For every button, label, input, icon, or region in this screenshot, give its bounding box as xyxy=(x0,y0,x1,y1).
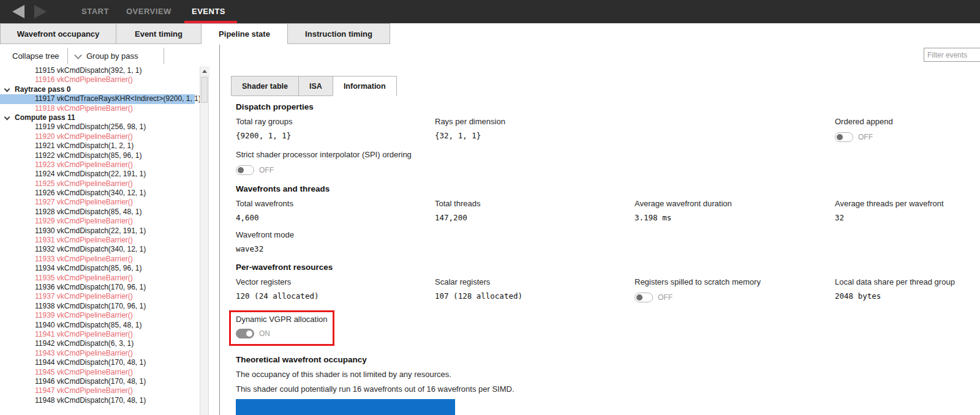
occupancy-bar xyxy=(236,399,455,415)
event-label: 11926 vkCmdDispatch(340, 12, 1) xyxy=(35,189,146,198)
field-dynamic-vgpr-allocation: Dynamic VGPR allocationON xyxy=(236,310,435,346)
tree-row[interactable]: 11921 vkCmdDispatch(1, 2, 1) xyxy=(0,141,195,151)
nav-item-start[interactable]: START xyxy=(81,7,109,16)
tree-row[interactable]: 11924 vkCmdDispatch(22, 191, 1) xyxy=(0,170,195,179)
tree-row[interactable]: 11915 vkCmdDispatch(392, 1, 1) xyxy=(0,66,195,75)
tree-row[interactable]: 11925 vkCmdPipelineBarrier() xyxy=(0,179,195,189)
section-wavefronts-and-threads: Wavefronts and threadsTotal wavefronts4,… xyxy=(236,184,980,253)
tree-row[interactable]: 11944 vkCmdDispatch(170, 48, 1) xyxy=(0,358,195,367)
toggle-knob xyxy=(636,294,643,301)
toggle-state-label: ON xyxy=(259,329,270,338)
tree-row[interactable]: 11918 vkCmdPipelineBarrier() xyxy=(0,104,195,113)
field-label: Scalar registers xyxy=(435,277,635,286)
tree-group-row[interactable]: Compute pass 11 xyxy=(0,113,195,122)
toolbar-separator xyxy=(67,48,68,64)
chevron-down-icon[interactable] xyxy=(4,86,10,92)
section-dispatch-properties: Dispatch propertiesTotal ray groups{9200… xyxy=(236,102,980,175)
tree-row[interactable]: 11931 vkCmdPipelineBarrier() xyxy=(0,236,195,245)
tab-event-timing[interactable]: Event timing xyxy=(116,23,202,44)
scrollbar-thumb[interactable] xyxy=(201,77,208,103)
event-label: 11917 vkCmdTraceRaysKHR<Indirect>(9200, … xyxy=(35,94,200,103)
tree-row[interactable]: 11922 vkCmdDispatch(85, 96, 1) xyxy=(0,151,195,160)
field-total-threads: Total threads147,200 xyxy=(435,199,635,222)
field-label: Dynamic VGPR allocation xyxy=(236,315,328,324)
tab-pipeline-state[interactable]: Pipeline state xyxy=(201,23,288,44)
collapse-tree-button[interactable]: Collapse tree xyxy=(12,51,59,61)
tab-instruction-timing[interactable]: Instruction timing xyxy=(287,23,390,44)
tree-row[interactable]: 11926 vkCmdDispatch(340, 12, 1) xyxy=(0,189,195,198)
toggle-switch-off[interactable] xyxy=(835,132,853,142)
nav-item-events[interactable]: EVENTS xyxy=(192,7,225,16)
event-label: 11948 vkCmdDispatch(170, 48, 1) xyxy=(35,396,146,405)
event-label: 11916 vkCmdPipelineBarrier() xyxy=(35,75,133,84)
tree-row[interactable]: 11942 vkCmdDispatch(6, 3, 1) xyxy=(0,339,195,348)
field-strict-shader-processor-interpolator-spi-ordering: Strict shader processor interpolator (SP… xyxy=(236,150,435,175)
tree-row[interactable]: 11938 vkCmdDispatch(170, 96, 1) xyxy=(0,302,195,311)
tree-row[interactable]: 11936 vkCmdDispatch(170, 96, 1) xyxy=(0,283,195,292)
field-ordered-append: Ordered appendOFF xyxy=(835,117,980,142)
chevron-down-icon[interactable] xyxy=(4,114,10,121)
rgp-events-window: START OVERVIEW EVENTS Wavefront occupanc… xyxy=(0,0,980,415)
annotation-red-box: Dynamic VGPR allocationON xyxy=(229,310,334,346)
tree-row[interactable]: 11928 vkCmdDispatch(85, 48, 1) xyxy=(0,208,195,217)
tree-row[interactable]: 11916 vkCmdPipelineBarrier() xyxy=(0,75,195,84)
pane-divider xyxy=(219,45,220,415)
field-wavefront-mode: Wavefront modewave32 xyxy=(236,230,435,253)
nav-item-overview[interactable]: OVERVIEW xyxy=(126,7,172,16)
scrollbar-up-arrow-icon[interactable] xyxy=(200,66,209,77)
tree-row[interactable]: 11939 vkCmdPipelineBarrier() xyxy=(0,311,195,320)
tab-isa[interactable]: ISA xyxy=(298,76,333,96)
field-rays-per-dimension: Rays per dimension{32, 1, 1} xyxy=(435,117,635,142)
group-by-pass-dropdown[interactable]: Group by pass xyxy=(86,51,138,61)
field-label: Ordered append xyxy=(835,117,980,126)
tree-row[interactable]: 11917 vkCmdTraceRaysKHR<Indirect>(9200, … xyxy=(0,94,195,103)
tree-row[interactable]: 11923 vkCmdPipelineBarrier() xyxy=(0,160,195,170)
field-total-ray-groups: Total ray groups{9200, 1, 1} xyxy=(236,117,435,142)
tree-row[interactable]: 11920 vkCmdPipelineBarrier() xyxy=(0,132,195,141)
tree-row[interactable]: 11932 vkCmdDispatch(340, 12, 1) xyxy=(0,245,195,254)
section-title: Per-wavefront resources xyxy=(236,263,980,272)
tab-wavefront-occupancy[interactable]: Wavefront occupancy xyxy=(0,23,116,44)
event-label: 11942 vkCmdDispatch(6, 3, 1) xyxy=(35,339,134,348)
toggle-switch-off[interactable] xyxy=(236,165,254,175)
tree-row[interactable]: 11935 vkCmdPipelineBarrier() xyxy=(0,274,195,283)
toggle-knob xyxy=(837,134,843,140)
event-label: 11936 vkCmdDispatch(170, 96, 1) xyxy=(35,283,146,292)
tree-scrollbar[interactable] xyxy=(200,66,209,415)
tree-row[interactable]: 11948 vkCmdDispatch(170, 48, 1) xyxy=(0,396,195,405)
toggle-switch-on[interactable] xyxy=(236,329,254,338)
field-value: wave32 xyxy=(236,244,435,253)
tree-row[interactable]: 11947 vkCmdPipelineBarrier() xyxy=(0,386,195,395)
tree-row[interactable]: 11943 vkCmdPipelineBarrier() xyxy=(0,349,195,358)
tree-row[interactable]: 11927 vkCmdPipelineBarrier() xyxy=(0,198,195,207)
tree-row[interactable]: 11945 vkCmdPipelineBarrier() xyxy=(0,368,195,377)
filter-events-input[interactable] xyxy=(924,48,980,62)
tree-row[interactable]: 11940 vkCmdDispatch(85, 48, 1) xyxy=(0,321,195,330)
event-label: 11920 vkCmdPipelineBarrier() xyxy=(35,132,133,141)
tree-row[interactable]: 11930 vkCmdDispatch(22, 191, 1) xyxy=(0,226,195,236)
event-label: 11935 vkCmdPipelineBarrier() xyxy=(35,274,133,283)
tree-row[interactable]: 11934 vkCmdDispatch(85, 96, 1) xyxy=(0,264,195,273)
tab-information[interactable]: Information xyxy=(333,76,397,96)
toggle-state-label: OFF xyxy=(259,166,274,174)
toolbar-separator xyxy=(164,48,164,64)
tree-row[interactable]: 11937 vkCmdPipelineBarrier() xyxy=(0,292,195,301)
tree-row[interactable]: 11929 vkCmdPipelineBarrier() xyxy=(0,217,195,226)
tree-row[interactable]: 11933 vkCmdPipelineBarrier() xyxy=(0,255,195,264)
group-label: Compute pass 11 xyxy=(15,113,75,122)
back-arrow-icon[interactable] xyxy=(12,5,24,18)
tree-row[interactable]: 11946 vkCmdDispatch(170, 48, 1) xyxy=(0,377,195,386)
forward-arrow-icon[interactable] xyxy=(34,5,47,18)
tree-row[interactable]: 11941 vkCmdPipelineBarrier() xyxy=(0,330,195,339)
tab-shader-table[interactable]: Shader table xyxy=(231,76,299,96)
field-label: Rays per dimension xyxy=(435,117,635,126)
section-per-wavefront-resources: Per-wavefront resourcesVector registers1… xyxy=(236,263,980,346)
tree-group-row[interactable]: Raytrace pass 0 xyxy=(0,85,195,94)
tree-row[interactable]: 11919 vkCmdDispatch(256, 98, 1) xyxy=(0,122,195,132)
chevron-down-icon xyxy=(74,51,82,59)
field-label: Vector registers xyxy=(236,277,435,286)
event-label: 11938 vkCmdDispatch(170, 96, 1) xyxy=(35,302,146,311)
event-label: 11923 vkCmdPipelineBarrier() xyxy=(35,160,133,170)
field-label: Average wavefront duration xyxy=(635,199,835,208)
toggle-switch-off[interactable] xyxy=(635,293,653,302)
